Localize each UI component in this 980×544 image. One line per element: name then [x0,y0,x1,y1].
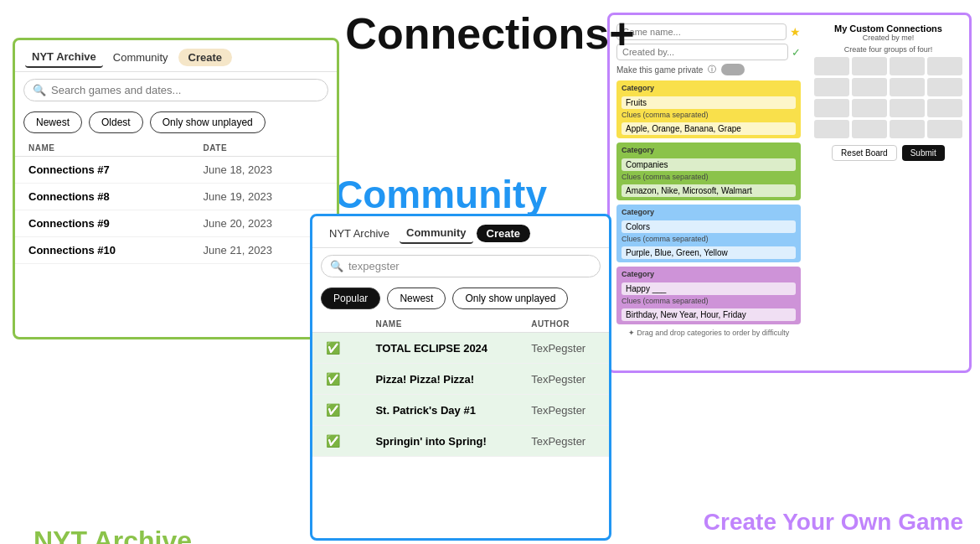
reset-button[interactable]: Reset Board [832,145,897,161]
preview-cell [890,78,925,96]
nyt-archive-label: NYT Archive [34,526,192,544]
create-preview: My Custom Connections Created by me! Cre… [807,15,969,370]
preview-subtitle: Create four groups of four! [844,45,933,54]
create-inner: ★ ✓ Make this game private ⓘ Category Cl… [610,15,969,370]
community-game-table: NAME AUTHOR ✅ TOTAL ECLIPSE 2024 TexPegs… [312,316,609,457]
clues-input-yellow[interactable] [622,122,796,135]
preview-grid [814,57,962,138]
clues-input-blue[interactable] [622,246,796,259]
tab-comm-nyt[interactable]: NYT Archive [322,224,396,243]
tab-nyt-community[interactable]: Community [106,48,175,67]
clues-label: Clues (comma separated) [622,111,796,119]
table-row[interactable]: ✅ St. Patrick's Day #1 TexPegster [312,395,609,426]
game-name: Connections #9 [15,210,190,237]
filter-comm-newest[interactable]: Newest [387,288,446,309]
table-row[interactable]: Connections #10 June 21, 2023 [15,237,337,264]
category-block-yellow: Category Clues (comma separated) [616,80,801,138]
clues-label: Clues (comma separated) [622,173,796,181]
preview-cell [814,57,849,75]
preview-cell [890,99,925,117]
preview-cell [890,57,925,75]
tab-nyt-create[interactable]: Create [178,49,232,66]
community-search-input[interactable] [348,260,591,272]
filter-popular[interactable]: Popular [321,288,380,309]
community-search-icon: 🔍 [330,260,343,272]
category-label: Category [622,270,796,278]
preview-cell [814,120,849,138]
table-row[interactable]: Connections #7 June 18, 2023 [15,157,337,184]
preview-cell [814,78,849,96]
played-check: ✅ [312,395,362,426]
private-info-icon: ⓘ [708,64,716,75]
preview-cell [927,120,962,138]
clues-input-green[interactable] [622,184,796,197]
comm-col-author: AUTHOR [518,316,609,333]
filter-comm-unplayed[interactable]: Only show unplayed [452,288,568,309]
tab-comm-create[interactable]: Create [477,225,530,242]
nyt-tabs-row: NYT Archive Community Create [15,40,337,72]
nyt-filter-row: Newest Oldest Only show unplayed [15,108,337,140]
tab-nyt-archive[interactable]: NYT Archive [25,47,103,68]
category-block-blue: Category Clues (comma separated) [616,205,801,262]
game-date: June 18, 2023 [190,157,337,184]
category-label: Category [622,146,796,154]
category-block-green: Category Clues (comma separated) [616,142,801,200]
game-name: Connections #10 [15,237,190,264]
game-author: TexPegster [518,364,609,395]
game-author: TexPegster [518,395,609,426]
preview-cell [852,57,887,75]
game-name: Connections #8 [15,184,190,210]
played-check: ✅ [312,364,362,395]
game-name: Springin' into Spring! [362,426,518,457]
private-row: Make this game private ⓘ [616,64,801,75]
filter-unplayed[interactable]: Only show unplayed [150,111,266,133]
nyt-game-table: NAME DATE Connections #7 June 18, 2023 C… [15,140,337,264]
clues-label: Clues (comma separated) [622,235,796,243]
community-tabs-row: NYT Archive Community Create [312,216,609,248]
filter-newest[interactable]: Newest [23,111,82,133]
category-block-purple: Category Clues (comma separated) [616,267,801,324]
game-date: June 19, 2023 [190,184,337,210]
create-label: Create Your Own Game [704,509,963,536]
preview-cell [852,120,887,138]
tab-comm-community[interactable]: Community [400,223,473,244]
preview-cell [852,99,887,117]
clues-input-purple[interactable] [622,308,796,321]
played-check: ✅ [312,333,362,364]
preview-title: My Custom Connections [834,23,942,34]
preview-cell [927,78,962,96]
game-name-input[interactable] [616,23,787,40]
comm-col-name: NAME [362,316,518,333]
submit-button[interactable]: Submit [902,145,945,161]
preview-cell [890,120,925,138]
preview-cell [814,99,849,117]
form-top-row: ★ [616,23,801,40]
category-name-input-green[interactable] [622,158,796,171]
table-row[interactable]: ✅ TOTAL ECLIPSE 2024 TexPegster [312,333,609,364]
community-big-label: Community [335,172,547,217]
category-name-input-blue[interactable] [622,220,796,233]
star-icon: ★ [790,25,801,39]
check-icon: ✓ [792,46,801,59]
table-row[interactable]: Connections #9 June 20, 2023 [15,210,337,237]
category-name-input-purple[interactable] [622,282,796,295]
category-name-input-yellow[interactable] [622,96,796,109]
create-panel: ★ ✓ Make this game private ⓘ Category Cl… [607,13,972,373]
submit-row: Reset Board Submit [832,145,945,161]
filter-oldest[interactable]: Oldest [89,111,143,133]
community-panel: NYT Archive Community Create 🔍 Popular N… [310,214,611,541]
table-row[interactable]: Connections #8 June 19, 2023 [15,184,337,210]
community-filter-row: Popular Newest Only show unplayed [312,284,609,316]
game-author: TexPegster [518,426,609,457]
nyt-archive-panel: NYT Archive Community Create 🔍 Newest Ol… [13,38,339,339]
col-date: DATE [190,140,337,157]
table-row[interactable]: ✅ Pizza! Pizza! Pizza! TexPegster [312,364,609,395]
created-by-input[interactable] [616,44,788,60]
private-label: Make this game private [616,65,703,75]
preview-created-by: Created by me! [863,34,915,42]
private-toggle[interactable] [721,64,745,75]
game-author: TexPegster [518,333,609,364]
table-row[interactable]: ✅ Springin' into Spring! TexPegster [312,426,609,457]
nyt-search-input[interactable] [51,84,319,96]
game-name: TOTAL ECLIPSE 2024 [362,333,518,364]
